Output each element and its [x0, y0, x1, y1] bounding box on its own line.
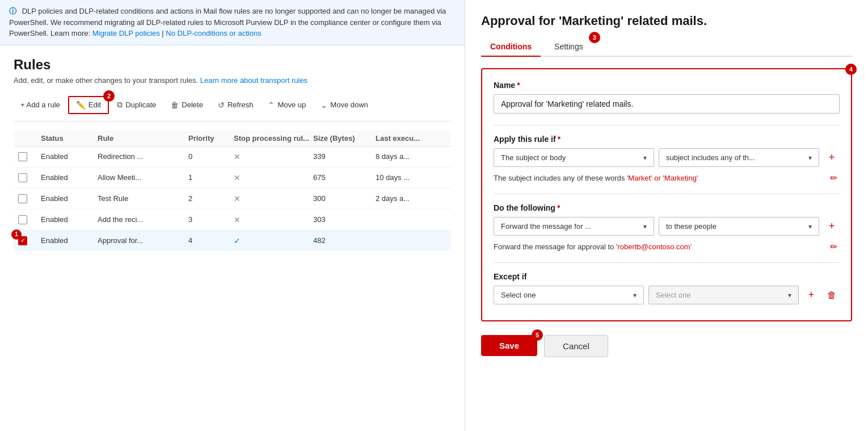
add-rule-button[interactable]: + Add a rule: [14, 97, 67, 112]
banner: ⓘ DLP policies and DLP-related condition…: [0, 0, 465, 45]
chevron-down-icon: ▾: [633, 291, 637, 299]
chevron-down-icon: ▾: [788, 291, 791, 299]
apply-required: *: [558, 135, 561, 144]
except-if-group: Except if Select one ▾ Select one ▾ + 🗑: [494, 272, 840, 304]
col-priority: Priority: [188, 134, 234, 143]
row-priority-1: 1: [188, 173, 234, 182]
row-priority-0: 0: [188, 152, 234, 161]
row-checkbox-badge: 1: [11, 229, 22, 240]
page-title: Rules: [14, 57, 451, 73]
except-dropdown-2[interactable]: Select one ▾: [648, 286, 799, 304]
condition-text-row: The subject includes any of these words …: [494, 171, 840, 185]
name-input[interactable]: [494, 94, 840, 114]
do-following-group: Do the following* Forward the message fo…: [494, 203, 840, 253]
chevron-down-icon: ⌄: [321, 101, 327, 110]
action-buttons: Save 5 Cancel: [481, 335, 852, 357]
edit-action-button[interactable]: ✏: [828, 240, 840, 253]
condition-dropdown-row: The subject or body ▾ subject includes a…: [494, 148, 840, 167]
name-required: *: [517, 81, 520, 90]
row-priority-4: 4: [188, 236, 234, 245]
col-stop: Stop processing rul...: [234, 134, 313, 143]
move-up-button[interactable]: ⌃ Move up: [261, 97, 313, 113]
row-size-4: 482: [313, 236, 376, 245]
apply-rule-group: Apply this rule if* The subject or body …: [494, 135, 840, 185]
right-panel: Approval for 'Marketing' related mails. …: [465, 0, 868, 431]
chevron-down-icon: ▾: [643, 154, 647, 162]
row-last-0: 8 days a...: [376, 152, 444, 161]
rules-subtitle: Add, edit, or make other changes to your…: [14, 76, 451, 85]
edit-button[interactable]: ✏️ Edit: [68, 96, 109, 114]
apply-rule-label: Apply this rule if*: [494, 135, 840, 144]
row-priority-2: 2: [188, 194, 234, 203]
add-except-button[interactable]: +: [803, 287, 819, 303]
chevron-up-icon: ⌃: [268, 101, 275, 110]
save-button[interactable]: Save: [481, 335, 537, 356]
add-action-button[interactable]: +: [824, 219, 840, 235]
action-dropdown-1[interactable]: Forward the message for ... ▾: [494, 217, 654, 236]
move-down-button[interactable]: ⌄ Move down: [314, 97, 374, 113]
name-field-group: Name*: [494, 81, 840, 114]
except-if-label: Except if: [494, 272, 840, 281]
table-row[interactable]: Enabled Allow Meeti... 1 ✕ 675 10 days .…: [14, 168, 451, 189]
row-status-3: Enabled: [41, 215, 98, 224]
delete-icon: 🗑: [171, 101, 179, 110]
add-condition-button[interactable]: +: [824, 150, 840, 166]
action-dropdown-2[interactable]: to these people ▾: [659, 217, 819, 236]
duplicate-button[interactable]: ⧉ Duplicate: [110, 97, 163, 113]
chevron-down-icon: ▾: [808, 154, 812, 162]
col-rule: Rule: [98, 134, 188, 143]
row-rule-4: Approval for...: [98, 236, 188, 245]
table-row[interactable]: Enabled Add the reci... 3 ✕ 303: [14, 210, 451, 231]
row-last-2: 2 days a...: [376, 194, 444, 203]
chevron-down-icon: ▾: [808, 223, 812, 231]
edit-condition-button[interactable]: ✏: [828, 171, 840, 185]
row-stop-1: ✕: [234, 173, 241, 182]
save-badge: 5: [532, 329, 543, 341]
duplicate-icon: ⧉: [117, 100, 123, 110]
tabs: Conditions Settings 3: [481, 37, 852, 57]
delete-except-button[interactable]: 🗑: [824, 287, 840, 303]
col-checkbox: [18, 134, 41, 143]
condition-dropdown-2[interactable]: subject includes any of th... ▾: [659, 148, 819, 167]
tabs-badge: 3: [589, 32, 600, 43]
name-label: Name*: [494, 81, 840, 90]
tab-settings[interactable]: Settings: [545, 37, 592, 56]
row-rule-3: Add the reci...: [98, 215, 188, 224]
do-following-label: Do the following*: [494, 203, 840, 212]
table-row-selected[interactable]: ✓ 1 Enabled Approval for... 4 ✓ 482: [14, 231, 451, 251]
col-size: Size (Bytes): [313, 134, 376, 143]
toolbar: + Add a rule ✏️ Edit 2 ⧉ Duplicate 🗑 Del…: [14, 96, 451, 122]
left-panel: ⓘ DLP policies and DLP-related condition…: [0, 0, 465, 431]
cancel-button[interactable]: Cancel: [544, 335, 608, 357]
table-header: Status Rule Priority Stop processing rul…: [14, 131, 451, 147]
migrate-dlp-link[interactable]: Migrate DLP policies: [92, 29, 160, 37]
tab-conditions[interactable]: Conditions: [481, 37, 541, 57]
row-status-1: Enabled: [41, 173, 98, 182]
row-stop-2: ✕: [234, 194, 241, 203]
edit-icon: ✏️: [76, 101, 86, 110]
except-dropdown-row: Select one ▾ Select one ▾ + 🗑: [494, 286, 840, 304]
row-checkbox-3[interactable]: [18, 215, 27, 224]
learn-more-link[interactable]: Learn more about transport rules: [200, 76, 307, 85]
row-checkbox-0[interactable]: [18, 152, 27, 161]
row-size-0: 339: [313, 152, 376, 161]
condition-dropdown-1[interactable]: The subject or body ▾: [494, 148, 654, 167]
no-dlp-link[interactable]: No DLP-conditions or actions: [166, 29, 261, 37]
do-required: *: [557, 203, 560, 212]
refresh-button[interactable]: ↺ Refresh: [211, 97, 260, 113]
row-stop-4: ✓: [234, 236, 241, 245]
row-priority-3: 3: [188, 215, 234, 224]
row-size-1: 675: [313, 173, 376, 182]
row-checkbox-1[interactable]: [18, 173, 27, 182]
rules-section: Rules Add, edit, or make other changes t…: [0, 45, 465, 432]
col-status: Status: [41, 134, 98, 143]
row-status-4: Enabled: [41, 236, 98, 245]
condition-highlight: 'Market' or 'Marketing': [627, 174, 698, 182]
action-text-row: Forward the message for approval to 'rob…: [494, 240, 840, 253]
delete-button[interactable]: 🗑 Delete: [164, 97, 210, 113]
row-checkbox-2[interactable]: [18, 194, 27, 203]
table-row[interactable]: Enabled Test Rule 2 ✕ 300 2 days a...: [14, 189, 451, 210]
except-dropdown-1[interactable]: Select one ▾: [494, 286, 644, 304]
row-size-2: 300: [313, 194, 376, 203]
table-row[interactable]: Enabled Redirection ... 0 ✕ 339 8 days a…: [14, 147, 451, 168]
